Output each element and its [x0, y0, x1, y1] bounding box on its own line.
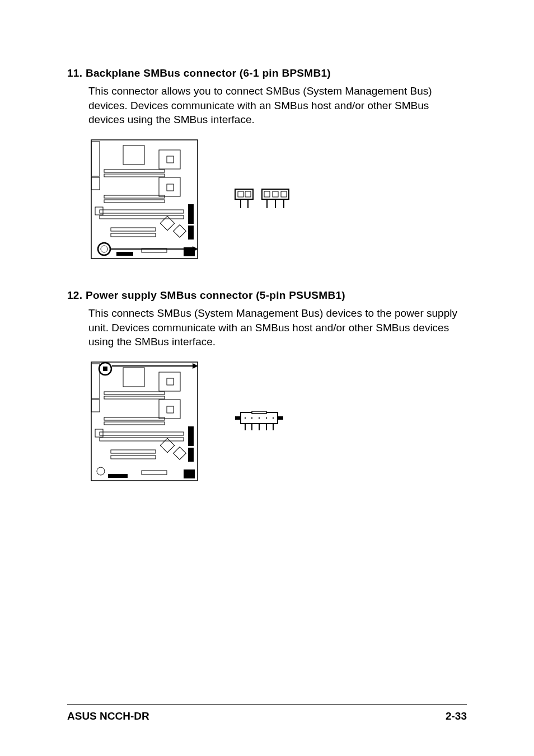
- svg-rect-71: [278, 416, 283, 420]
- svg-rect-51: [104, 422, 165, 425]
- svg-rect-42: [91, 400, 100, 412]
- svg-point-78: [251, 417, 252, 419]
- svg-rect-56: [160, 438, 174, 452]
- svg-rect-60: [188, 448, 194, 462]
- svg-point-25: [101, 246, 107, 252]
- svg-rect-54: [111, 450, 156, 453]
- page-footer: ASUS NCCH-DR 2-33: [67, 704, 467, 722]
- svg-rect-20: [188, 226, 194, 240]
- svg-rect-57: [174, 447, 186, 460]
- svg-point-81: [273, 417, 274, 419]
- connector-psusmb1: [234, 411, 290, 431]
- svg-rect-11: [104, 200, 165, 203]
- section-11: 11. Backplane SMBus connector (6-1 pin B…: [67, 67, 467, 261]
- svg-rect-29: [238, 191, 243, 197]
- svg-rect-59: [188, 426, 194, 446]
- svg-rect-10: [104, 195, 165, 198]
- svg-rect-46: [159, 400, 180, 419]
- svg-rect-15: [111, 233, 156, 237]
- svg-point-80: [266, 417, 267, 419]
- svg-rect-13: [100, 215, 184, 219]
- section-num: 11.: [67, 67, 82, 79]
- section-11-heading: 11. Backplane SMBus connector (6-1 pin B…: [67, 67, 467, 79]
- svg-rect-63: [142, 471, 167, 475]
- svg-rect-44: [159, 372, 180, 391]
- svg-rect-5: [167, 156, 174, 163]
- svg-rect-53: [100, 438, 184, 441]
- svg-rect-35: [273, 191, 278, 197]
- svg-rect-21: [116, 252, 133, 256]
- svg-rect-66: [103, 367, 107, 371]
- svg-rect-3: [123, 145, 144, 165]
- motherboard-diagram-12: [88, 359, 200, 483]
- svg-rect-8: [104, 170, 165, 172]
- footer-right: 2-33: [446, 710, 467, 722]
- section-num: 12.: [67, 289, 82, 301]
- svg-rect-33: [262, 189, 289, 199]
- svg-rect-16: [160, 216, 174, 230]
- svg-rect-43: [123, 368, 144, 387]
- svg-rect-55: [111, 456, 156, 459]
- svg-rect-18: [95, 207, 103, 215]
- svg-rect-70: [252, 411, 266, 414]
- section-12-heading: 12. Power supply SMBus connector (5-pin …: [67, 289, 467, 302]
- svg-rect-6: [159, 177, 180, 196]
- svg-rect-52: [100, 432, 184, 435]
- svg-point-61: [97, 467, 105, 475]
- svg-rect-48: [104, 392, 165, 395]
- diagram-11: [67, 137, 467, 261]
- svg-rect-4: [159, 150, 180, 169]
- svg-rect-7: [167, 184, 174, 191]
- svg-point-79: [259, 417, 260, 419]
- svg-point-24: [98, 243, 110, 255]
- motherboard-diagram-11: [88, 137, 200, 261]
- svg-rect-17: [174, 225, 186, 238]
- svg-rect-47: [167, 406, 174, 413]
- svg-rect-64: [184, 469, 195, 478]
- svg-rect-1: [91, 142, 100, 176]
- svg-rect-19: [188, 204, 194, 224]
- section-title: Backplane SMBus connector (6-1 pin BPSMB…: [86, 67, 331, 79]
- section-12: 12. Power supply SMBus connector (5-pin …: [67, 289, 467, 483]
- svg-rect-14: [111, 228, 156, 231]
- svg-rect-58: [95, 429, 103, 437]
- svg-rect-69: [235, 416, 241, 420]
- section-title: Power supply SMBus connector (5-pin PSUS…: [86, 289, 345, 301]
- footer-left: ASUS NCCH-DR: [67, 710, 149, 722]
- connector-bpsmb1: [234, 188, 301, 210]
- diagram-12: [67, 359, 467, 483]
- svg-rect-2: [91, 177, 100, 190]
- svg-rect-49: [104, 396, 165, 399]
- svg-rect-62: [108, 474, 128, 478]
- svg-rect-36: [281, 191, 287, 197]
- svg-rect-34: [264, 191, 270, 197]
- svg-rect-9: [104, 174, 165, 177]
- svg-rect-30: [245, 191, 251, 197]
- section-12-body: This connects SMBus (System Management B…: [67, 306, 467, 349]
- svg-rect-45: [167, 378, 174, 385]
- svg-point-77: [245, 417, 246, 419]
- svg-rect-50: [104, 417, 165, 420]
- svg-rect-41: [91, 364, 100, 398]
- section-11-body: This connector allows you to connect SMB…: [67, 84, 467, 127]
- svg-rect-12: [100, 210, 184, 213]
